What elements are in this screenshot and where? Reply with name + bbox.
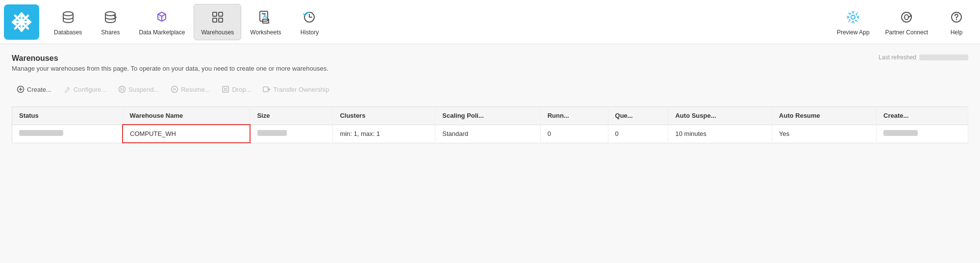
col-header-scaling-policy: Scaling Poli... xyxy=(435,107,540,125)
databases-label: Databases xyxy=(54,29,82,36)
preview-app-label: Preview App xyxy=(837,29,870,36)
drop-button[interactable]: Drop... xyxy=(217,83,256,96)
size-value-blurred xyxy=(257,130,287,136)
svg-point-26 xyxy=(119,86,126,93)
worksheets-label: Worksheets xyxy=(250,29,281,36)
table-body: COMPUTE_WH min: 1, max: 1 Standard 0 0 1… xyxy=(12,125,968,143)
worksheets-icon xyxy=(257,8,275,26)
svg-rect-16 xyxy=(213,18,217,22)
nav-item-partner-connect[interactable]: Partner Connect xyxy=(879,4,935,40)
cell-auto-suspend: 10 minutes xyxy=(668,125,772,143)
history-icon xyxy=(301,8,318,26)
svg-rect-14 xyxy=(213,12,217,16)
partner-connect-icon xyxy=(898,8,915,26)
logo[interactable] xyxy=(4,4,39,40)
page-title: Warenouses xyxy=(12,54,328,63)
partner-connect-label: Partner Connect xyxy=(885,29,928,36)
svg-rect-17 xyxy=(219,18,223,22)
pause-icon xyxy=(118,85,126,93)
drop-icon xyxy=(222,85,229,93)
databases-icon xyxy=(59,8,77,26)
col-header-warehouse-name: Warehouse Name xyxy=(123,107,250,125)
help-label: Help xyxy=(951,29,963,36)
resume-label: Resume... xyxy=(181,86,210,93)
transfer-icon xyxy=(263,85,271,93)
col-header-auto-resume: Auto Resume xyxy=(772,107,877,125)
last-refreshed-value xyxy=(919,54,968,60)
col-header-clusters: Clusters xyxy=(333,107,435,125)
cell-clusters: min: 1, max: 1 xyxy=(333,125,435,143)
col-header-created: Create... xyxy=(877,107,968,125)
configure-button[interactable]: Configure... xyxy=(58,83,111,96)
transfer-ownership-label: Transfer Ownership xyxy=(273,86,329,93)
svg-point-21 xyxy=(902,12,911,22)
configure-label: Configure... xyxy=(74,86,106,93)
table-row: COMPUTE_WH min: 1, max: 1 Standard 0 0 1… xyxy=(12,125,968,143)
suspend-button[interactable]: Suspend... xyxy=(113,83,164,96)
preview-app-icon xyxy=(844,8,862,26)
col-header-size: Size xyxy=(250,107,333,125)
play-icon xyxy=(171,85,178,93)
status-value-blurred xyxy=(19,130,63,136)
cell-status xyxy=(12,125,123,143)
svg-point-20 xyxy=(851,15,855,19)
wrench-icon xyxy=(63,85,71,93)
shares-icon xyxy=(101,8,119,26)
nav-item-worksheets[interactable]: Worksheets xyxy=(243,4,288,40)
warehouses-label: Warehouses xyxy=(201,29,234,36)
cell-running: 0 xyxy=(540,125,608,143)
col-header-status: Status xyxy=(12,107,123,125)
create-label: Create... xyxy=(27,86,51,93)
col-header-running: Runn... xyxy=(540,107,608,125)
table-header-row: Status Warehouse Name Size Clusters Scal… xyxy=(12,107,968,125)
warehouses-table: Status Warehouse Name Size Clusters Scal… xyxy=(12,106,968,143)
last-refreshed-block: Last refreshed xyxy=(879,54,968,61)
col-header-auto-suspend: Auto Suspe... xyxy=(668,107,772,125)
svg-rect-15 xyxy=(219,12,223,16)
svg-point-22 xyxy=(910,15,912,17)
cell-created xyxy=(877,125,968,143)
col-header-queued: Que... xyxy=(608,107,668,125)
data-marketplace-label: Data Marketplace xyxy=(139,29,185,36)
toolbar: Create... Configure... Suspend... Resume… xyxy=(12,80,968,99)
top-navigation: Databases Shares xyxy=(0,0,980,44)
cell-scaling-policy: Standard xyxy=(435,125,540,143)
data-marketplace-icon xyxy=(153,8,171,26)
nav-item-shares[interactable]: Shares xyxy=(91,4,130,40)
warehouses-icon xyxy=(209,8,226,26)
cell-queued: 0 xyxy=(608,125,668,143)
suspend-label: Suspend... xyxy=(128,86,159,93)
history-label: History xyxy=(301,29,319,36)
transfer-ownership-button[interactable]: Transfer Ownership xyxy=(258,83,334,96)
plus-circle-icon xyxy=(17,85,25,93)
cell-warehouse-name[interactable]: COMPUTE_WH xyxy=(123,125,250,143)
shares-label: Shares xyxy=(101,29,120,36)
drop-label: Drop... xyxy=(232,86,251,93)
svg-point-27 xyxy=(172,86,178,93)
nav-item-history[interactable]: History xyxy=(290,4,329,40)
resume-button[interactable]: Resume... xyxy=(166,83,215,96)
cell-auto-resume: Yes xyxy=(772,125,877,143)
create-button[interactable]: Create... xyxy=(12,83,56,96)
nav-items-left: Databases Shares xyxy=(47,4,830,40)
nav-items-right: Preview App Partner Connect xyxy=(830,4,976,40)
help-icon xyxy=(948,8,965,26)
table-header: Status Warehouse Name Size Clusters Scal… xyxy=(12,107,968,125)
nav-item-preview-app[interactable]: Preview App xyxy=(830,4,877,40)
main-content: Warenouses Manage your warehouses from t… xyxy=(0,44,980,263)
page-subtitle: Manage your warehouses from this page. T… xyxy=(12,65,328,72)
svg-point-12 xyxy=(63,12,73,16)
created-value-blurred xyxy=(883,130,918,136)
last-refreshed-label: Last refreshed xyxy=(879,54,916,61)
nav-item-help[interactable]: Help xyxy=(937,4,976,40)
page-header: Warenouses Manage your warehouses from t… xyxy=(12,54,968,72)
cell-size xyxy=(250,125,333,143)
page-title-block: Warenouses Manage your warehouses from t… xyxy=(12,54,328,72)
nav-item-warehouses[interactable]: Warehouses xyxy=(194,4,241,40)
nav-item-data-marketplace[interactable]: Data Marketplace xyxy=(132,4,192,40)
svg-point-24 xyxy=(956,19,957,20)
nav-item-databases[interactable]: Databases xyxy=(47,4,89,40)
